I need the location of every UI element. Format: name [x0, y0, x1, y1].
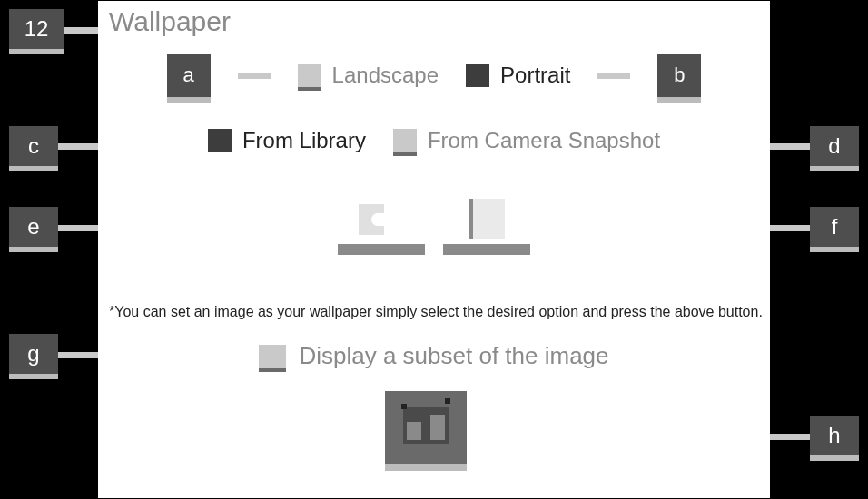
label-landscape: Landscape	[332, 63, 439, 88]
button-bar	[443, 244, 530, 255]
callout-c: c	[9, 126, 58, 166]
orientation-row: a Landscape Portrait b	[98, 54, 770, 97]
action-buttons-row	[98, 199, 770, 262]
thumb-a[interactable]: a	[167, 54, 211, 97]
source-row: From Library From Camera Snapshot	[98, 128, 770, 153]
radio-unselected-icon	[393, 129, 417, 152]
option-landscape[interactable]: Landscape	[298, 63, 439, 88]
label-subset: Display a subset of the image	[299, 342, 608, 370]
radio-unselected-icon	[298, 64, 321, 87]
library-button[interactable]	[338, 199, 425, 262]
callout-d: d	[810, 126, 859, 166]
radio-selected-icon	[208, 129, 232, 152]
callout-e: e	[9, 207, 58, 247]
callout-g: g	[9, 334, 58, 374]
wallpaper-panel: Wallpaper a Landscape Portrait b From Li…	[98, 1, 770, 498]
connector	[597, 73, 630, 79]
button-bar	[338, 244, 425, 255]
option-from-camera[interactable]: From Camera Snapshot	[393, 128, 660, 153]
option-portrait[interactable]: Portrait	[466, 63, 570, 88]
snapshot-icon	[469, 199, 505, 239]
option-from-library[interactable]: From Library	[208, 128, 366, 153]
callout-12: 12	[9, 9, 64, 49]
radio-selected-icon	[466, 64, 489, 87]
connector	[238, 73, 271, 79]
label-from-camera: From Camera Snapshot	[428, 128, 660, 153]
crop-button[interactable]	[385, 391, 467, 464]
crop-icon	[403, 407, 449, 444]
callout-h: h	[810, 416, 859, 455]
label-from-library: From Library	[242, 128, 366, 153]
page-title: Wallpaper	[109, 6, 231, 37]
subset-row: Display a subset of the image	[98, 342, 770, 370]
label-portrait: Portrait	[500, 63, 570, 88]
callout-f: f	[810, 207, 859, 247]
snapshot-button[interactable]	[443, 199, 530, 262]
connector	[64, 27, 100, 34]
library-icon	[359, 199, 404, 239]
checkbox-unchecked-icon[interactable]	[259, 345, 286, 368]
help-note: *You can set an image as your wallpaper …	[109, 304, 763, 320]
thumb-b[interactable]: b	[657, 54, 701, 97]
